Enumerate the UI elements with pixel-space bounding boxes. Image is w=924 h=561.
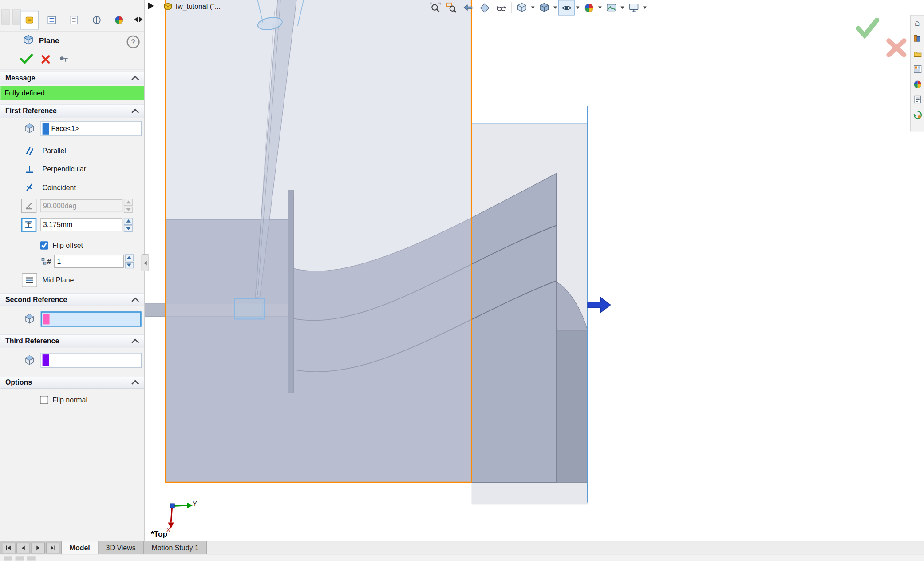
solidworks-resources-icon[interactable] [912, 108, 924, 121]
spin-down-button[interactable] [125, 262, 134, 268]
displaymanager-tab[interactable] [110, 11, 128, 29]
view-settings-button[interactable] [625, 0, 642, 16]
offset-distance-input[interactable] [40, 218, 122, 231]
number-of-planes-icon: # [41, 257, 51, 266]
last-tab-button[interactable] [46, 542, 60, 553]
status-bar-icon [27, 556, 36, 560]
reference-entity-icon [22, 122, 37, 136]
zoom-to-fit-button[interactable] [426, 0, 443, 16]
group-header-label: Options [5, 378, 32, 386]
dynamic-annotation-views-button[interactable] [493, 0, 509, 16]
first-reference-selection-box[interactable]: Face<1> [41, 121, 142, 136]
home-icon[interactable]: ⌂ [912, 16, 924, 29]
panel-collapse-handle[interactable] [142, 254, 149, 271]
apply-scene-dropdown[interactable] [620, 0, 625, 15]
view-settings-dropdown[interactable] [642, 0, 648, 15]
hide-show-items-button[interactable] [558, 0, 575, 16]
coincident-icon [22, 180, 37, 195]
appearances-icon[interactable] [912, 78, 924, 90]
tab-motion-study-1[interactable]: Motion Study 1 [144, 541, 207, 554]
flip-normal-checkbox[interactable] [40, 396, 48, 404]
first-reference-group-header[interactable]: First Reference [0, 104, 144, 117]
reference-entity-icon [22, 353, 37, 367]
featuremanager-tree-tab[interactable] [43, 11, 61, 29]
options-group-header[interactable]: Options [0, 376, 144, 389]
mid-plane-icon [22, 273, 37, 287]
perpendicular-label: Perpendicular [43, 165, 86, 174]
custom-properties-icon[interactable] [912, 93, 924, 106]
dimxpertmanager-tab[interactable] [87, 11, 106, 29]
configurationmanager-tab[interactable] [65, 11, 83, 29]
second-reference-selection-box[interactable] [41, 311, 142, 327]
solidworks-window: fw_tutorial ("... [0, 0, 924, 561]
feature-tree-flyout-arrow[interactable] [148, 2, 154, 9]
coincident-label: Coincident [43, 183, 76, 192]
document-tab-bar: Model 3D Views Motion Study 1 [0, 541, 924, 554]
spin-up-button[interactable] [124, 199, 133, 206]
first-tab-button[interactable] [2, 542, 16, 553]
third-reference-selection-box[interactable] [41, 353, 142, 368]
first-reference-color-swatch [43, 123, 49, 135]
tab-model[interactable]: Model [62, 541, 98, 554]
third-reference-group-header[interactable]: Third Reference [0, 334, 144, 347]
apply-scene-button[interactable] [603, 0, 620, 16]
group-header-label: Message [5, 74, 35, 82]
view-orientation-button[interactable] [513, 0, 530, 16]
mid-plane-label: Mid Plane [43, 276, 74, 285]
spin-down-button[interactable] [124, 225, 133, 232]
previous-view-button[interactable] [460, 0, 476, 16]
triad-x-label: X [166, 526, 170, 533]
view-orientation-dropdown[interactable] [530, 0, 536, 15]
design-library-icon[interactable] [912, 32, 924, 44]
parallel-option-row[interactable]: Parallel [0, 142, 144, 160]
number-of-planes-input[interactable] [54, 255, 124, 268]
collapse-chevron-icon [131, 76, 139, 83]
file-explorer-icon[interactable] [912, 47, 924, 60]
section-view-button[interactable] [476, 0, 493, 16]
mid-plane-option-row[interactable]: Mid Plane [0, 271, 144, 289]
tab-bar-filler [207, 541, 924, 554]
display-style-dropdown[interactable] [552, 0, 558, 15]
propertymanager-tab[interactable] [20, 11, 39, 29]
pane-split-arrows-icon[interactable] [134, 16, 143, 22]
spin-down-button[interactable] [124, 206, 133, 213]
edit-appearance-button[interactable] [580, 0, 597, 16]
view-palette-icon[interactable] [912, 63, 924, 75]
spin-up-button[interactable] [125, 254, 134, 261]
new-plane-preview[interactable] [166, 0, 471, 482]
confirm-cancel-button[interactable] [885, 36, 908, 60]
perpendicular-option-row[interactable]: Perpendicular [0, 160, 144, 178]
question-mark-icon: ? [131, 38, 135, 46]
previous-tab-button[interactable] [16, 542, 30, 553]
flip-offset-checkbox[interactable] [40, 241, 48, 250]
spin-up-button[interactable] [124, 218, 133, 224]
group-header-label: Third Reference [5, 337, 59, 345]
keep-visible-pin-button[interactable] [58, 53, 70, 66]
angle-input[interactable] [40, 199, 122, 212]
parallel-icon [22, 144, 37, 158]
edit-appearance-dropdown[interactable] [597, 0, 603, 15]
display-style-button[interactable] [536, 0, 552, 16]
plane-feature-icon [22, 34, 34, 46]
manager-tabstrip [20, 11, 128, 29]
status-bar-icon [16, 556, 24, 560]
help-button[interactable]: ? [127, 36, 140, 48]
status-fully-defined: Fully defined [0, 86, 144, 100]
collapse-chevron-icon [131, 380, 139, 387]
divider [0, 70, 144, 70]
hide-show-items-dropdown[interactable] [575, 0, 580, 15]
ok-button[interactable] [20, 53, 34, 67]
tab-3d-views[interactable]: 3D Views [98, 541, 144, 554]
zoom-to-area-button[interactable] [443, 0, 460, 16]
number-of-planes-spinner [125, 254, 134, 268]
message-group-header[interactable]: Message [0, 72, 144, 84]
next-tab-button[interactable] [31, 542, 45, 553]
breadcrumb[interactable]: fw_tutorial ("... [163, 2, 221, 11]
confirm-ok-button[interactable] [855, 16, 881, 41]
parallel-label: Parallel [43, 147, 66, 155]
cancel-button[interactable] [40, 53, 51, 66]
second-reference-group-header[interactable]: Second Reference [0, 293, 144, 306]
group-header-label: Second Reference [5, 295, 67, 304]
coincident-option-row[interactable]: Coincident [0, 179, 144, 196]
pm-action-buttons [20, 53, 70, 67]
